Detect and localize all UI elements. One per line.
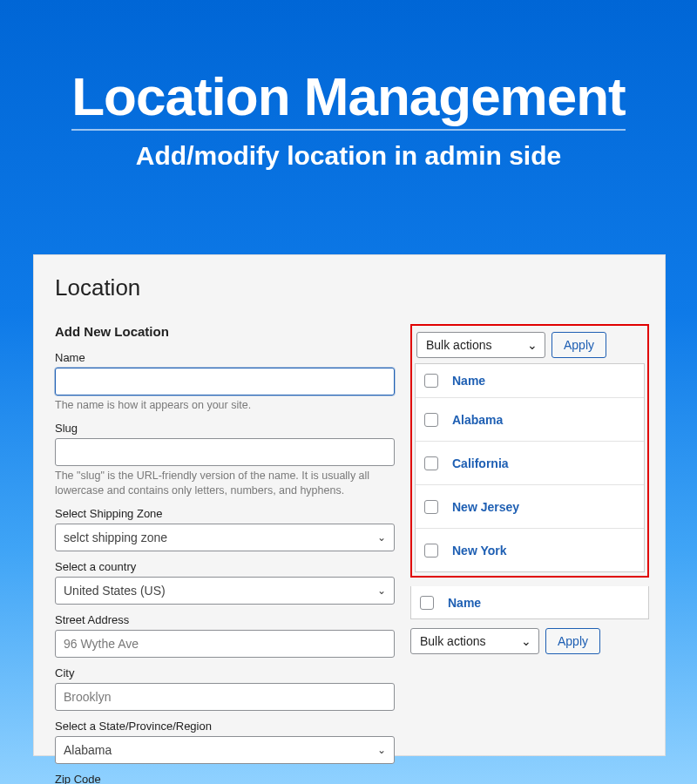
table-row: New York xyxy=(416,528,644,571)
row-link[interactable]: New Jersey xyxy=(452,500,519,514)
country-label: Select a country xyxy=(55,560,395,573)
zip-label: Zip Code xyxy=(55,773,395,784)
name-hint: The name is how it appears on your site. xyxy=(55,398,395,413)
country-select[interactable]: United States (US) ⌄ xyxy=(55,577,395,605)
city-label: City xyxy=(55,666,395,679)
row-link[interactable]: New York xyxy=(452,544,507,558)
chevron-down-icon: ⌄ xyxy=(527,338,538,352)
row-checkbox[interactable] xyxy=(424,544,438,558)
street-input[interactable] xyxy=(55,630,395,658)
select-all-checkbox-bottom[interactable] xyxy=(420,596,434,610)
slug-input[interactable] xyxy=(55,438,395,466)
state-label: Select a State/Province/Region xyxy=(55,720,395,733)
table-header-row: Name xyxy=(416,364,644,397)
chevron-down-icon: ⌄ xyxy=(521,634,531,648)
shipping-zone-label: Select Shipping Zone xyxy=(55,507,395,520)
column-footer-name[interactable]: Name xyxy=(448,596,481,610)
chevron-down-icon: ⌄ xyxy=(377,531,386,544)
country-value: United States (US) xyxy=(64,584,166,598)
admin-panel: Location Add New Location Name The name … xyxy=(33,254,666,756)
row-link[interactable]: California xyxy=(452,456,509,470)
panel-title: Location xyxy=(55,274,649,301)
locations-table: Name Alabama California New Jersey xyxy=(415,363,645,572)
street-label: Street Address xyxy=(55,613,395,626)
hero-title: Location Management xyxy=(71,65,626,131)
add-location-heading: Add New Location xyxy=(55,324,395,339)
name-label: Name xyxy=(55,351,395,364)
bulk-actions-select-bottom[interactable]: Bulk actions ⌄ xyxy=(410,628,539,654)
slug-label: Slug xyxy=(55,422,395,435)
chevron-down-icon: ⌄ xyxy=(377,585,386,597)
table-row: Alabama xyxy=(416,397,644,441)
add-location-form: Add New Location Name The name is how it… xyxy=(55,324,395,784)
table-row: New Jersey xyxy=(416,484,644,528)
slug-hint: The "slug" is the URL-friendly version o… xyxy=(55,469,395,498)
apply-button-top[interactable]: Apply xyxy=(552,332,606,358)
row-checkbox[interactable] xyxy=(424,500,438,514)
city-input[interactable] xyxy=(55,683,395,711)
shipping-zone-select[interactable]: selct shipping zone ⌄ xyxy=(55,524,395,551)
row-checkbox[interactable] xyxy=(424,456,438,470)
hero-header: Location Management Add/modify location … xyxy=(0,0,697,171)
chevron-down-icon: ⌄ xyxy=(377,744,386,756)
row-link[interactable]: Alabama xyxy=(452,413,503,427)
column-header-name[interactable]: Name xyxy=(452,374,485,388)
bulk-actions-select-top[interactable]: Bulk actions ⌄ xyxy=(416,332,545,358)
table-row: California xyxy=(416,441,644,484)
bulk-actions-label: Bulk actions xyxy=(426,338,491,352)
row-checkbox[interactable] xyxy=(424,413,438,427)
apply-button-bottom[interactable]: Apply xyxy=(545,628,600,654)
state-value: Alabama xyxy=(64,743,112,757)
hero-subtitle: Add/modify location in admin side xyxy=(0,141,697,171)
select-all-checkbox-top[interactable] xyxy=(424,374,438,388)
table-footer-row: Name xyxy=(410,586,649,619)
locations-list-area: Bulk actions ⌄ Apply Name Alabama xyxy=(410,324,649,784)
name-input[interactable] xyxy=(55,368,395,395)
state-select[interactable]: Alabama ⌄ xyxy=(55,736,395,764)
shipping-zone-value: selct shipping zone xyxy=(64,531,167,544)
bulk-actions-label: Bulk actions xyxy=(420,634,485,648)
highlight-box: Bulk actions ⌄ Apply Name Alabama xyxy=(410,324,649,578)
